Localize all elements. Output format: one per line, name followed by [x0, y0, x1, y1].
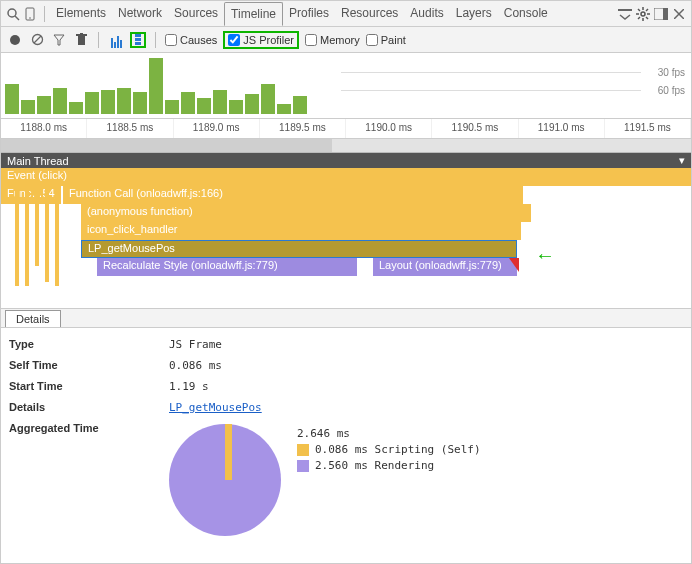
fps-60-label: 60 fps [658, 85, 685, 96]
separator [98, 32, 99, 48]
svg-point-0 [8, 9, 16, 17]
self-time-label: Self Time [9, 359, 169, 372]
details-link[interactable]: LP_getMousePos [169, 401, 262, 414]
svg-point-18 [10, 35, 20, 45]
details-tab[interactable]: Details [5, 310, 61, 327]
tab-profiles[interactable]: Profiles [283, 2, 335, 26]
svg-rect-26 [135, 42, 141, 45]
tab-network[interactable]: Network [112, 2, 168, 26]
overview-bar [229, 100, 243, 114]
overview-bar [37, 96, 51, 114]
paint-checkbox[interactable]: Paint [366, 34, 406, 46]
flame-function-call[interactable]: Function Call (onloadwff.js:166) [63, 186, 523, 204]
tab-layers[interactable]: Layers [450, 2, 498, 26]
overview-bar [117, 88, 131, 114]
svg-rect-15 [663, 8, 668, 20]
overview-bar [197, 98, 211, 114]
gc-icon[interactable] [73, 32, 89, 48]
flame-layout[interactable]: Layout (onloadwff.js:779) [373, 258, 517, 276]
aggregated-time-pie [169, 424, 281, 536]
legend-rendering: 2.560 ms Rendering [315, 459, 434, 472]
tab-audits[interactable]: Audits [404, 2, 449, 26]
flamechart-icon[interactable] [130, 32, 146, 48]
thread-name: Main Thread [7, 155, 69, 167]
overview-bar [53, 88, 67, 114]
close-icon[interactable] [671, 6, 687, 22]
pie-legend: 2.646 ms 0.086 ms Scripting (Self) 2.560… [297, 424, 481, 536]
ruler-tick: 1188.5 ms [87, 119, 173, 138]
drawer-toggle-icon[interactable] [617, 6, 633, 22]
time-ruler[interactable]: 1188.0 ms 1188.5 ms 1189.0 ms 1189.5 ms … [1, 119, 691, 139]
self-time-value: 0.086 ms [169, 359, 222, 372]
separator [155, 32, 156, 48]
svg-rect-22 [76, 34, 87, 36]
overview-bar [277, 104, 291, 114]
svg-rect-23 [80, 33, 83, 34]
dock-icon[interactable] [653, 6, 669, 22]
device-icon[interactable] [23, 6, 39, 22]
aggregated-time-label: Aggregated Time [9, 422, 169, 536]
flame-anonymous[interactable]: (anonymous function) [81, 204, 531, 222]
svg-point-3 [29, 17, 31, 19]
search-icon[interactable] [5, 6, 21, 22]
ruler-tick: 1189.5 ms [260, 119, 346, 138]
svg-line-20 [34, 36, 41, 43]
tab-resources[interactable]: Resources [335, 2, 404, 26]
overview-bar [5, 84, 19, 114]
ruler-tick: 1188.0 ms [1, 119, 87, 138]
clear-icon[interactable] [29, 32, 45, 48]
devtools-tabs: Elements Network Sources Timeline Profil… [50, 2, 554, 26]
ruler-tick: 1191.5 ms [605, 119, 691, 138]
ruler-tick: 1190.0 ms [346, 119, 432, 138]
thread-header[interactable]: Main Thread ▾ [1, 153, 691, 168]
memory-label: Memory [320, 34, 360, 46]
ruler-tick: 1191.0 ms [519, 119, 605, 138]
flame-lp-getmousepos[interactable]: LP_getMousePos [81, 240, 517, 258]
js-profiler-label: JS Profiler [243, 34, 294, 46]
flame-recalculate-style[interactable]: Recalculate Style (onloadwff.js:779) [97, 258, 357, 276]
svg-rect-24 [135, 34, 141, 37]
causes-checkbox[interactable]: Causes [165, 34, 217, 46]
details-label: Details [9, 401, 169, 414]
flame-icon-click-handler[interactable]: icon_click_handler [81, 222, 521, 240]
svg-line-10 [638, 9, 640, 11]
legend-scripting: 0.086 ms Scripting (Self) [315, 443, 481, 456]
svg-line-13 [646, 9, 648, 11]
swatch-rendering [297, 460, 309, 472]
annotation-arrow-icon: ← [535, 244, 555, 267]
overview-bar [69, 102, 83, 114]
flame-chart[interactable]: Event (click) Func…54) Function Call (on… [1, 168, 691, 308]
tab-console[interactable]: Console [498, 2, 554, 26]
tab-sources[interactable]: Sources [168, 2, 224, 26]
record-icon[interactable] [7, 32, 23, 48]
svg-rect-25 [135, 38, 141, 41]
type-label: Type [9, 338, 169, 351]
settings-gear-icon[interactable] [635, 6, 651, 22]
tab-elements[interactable]: Elements [50, 2, 112, 26]
js-profiler-checkbox[interactable]: JS Profiler [223, 31, 299, 49]
overview-scrollbar[interactable] [1, 139, 691, 153]
overview-bar [149, 58, 163, 114]
collapse-icon[interactable]: ▾ [679, 154, 685, 167]
ruler-tick: 1189.0 ms [174, 119, 260, 138]
legend-total: 2.646 ms [297, 427, 350, 440]
overview-chart[interactable]: 30 fps 60 fps [1, 53, 691, 119]
warning-triangle-icon [509, 258, 519, 272]
filter-icon[interactable] [51, 32, 67, 48]
svg-line-11 [646, 17, 648, 19]
flame-event-click[interactable]: Event (click) [1, 168, 691, 186]
type-value: JS Frame [169, 338, 222, 351]
svg-line-12 [638, 17, 640, 19]
framechart-icon[interactable] [108, 32, 124, 48]
memory-checkbox[interactable]: Memory [305, 34, 360, 46]
overview-bar [213, 90, 227, 114]
overview-bar [261, 84, 275, 114]
overview-bar [165, 100, 179, 114]
separator [44, 6, 45, 22]
fps-30-label: 30 fps [658, 67, 685, 78]
tab-timeline[interactable]: Timeline [224, 2, 283, 26]
flame-function-call-truncated[interactable]: Func…54) [1, 186, 61, 204]
causes-label: Causes [180, 34, 217, 46]
overview-bar [133, 92, 147, 114]
paint-label: Paint [381, 34, 406, 46]
